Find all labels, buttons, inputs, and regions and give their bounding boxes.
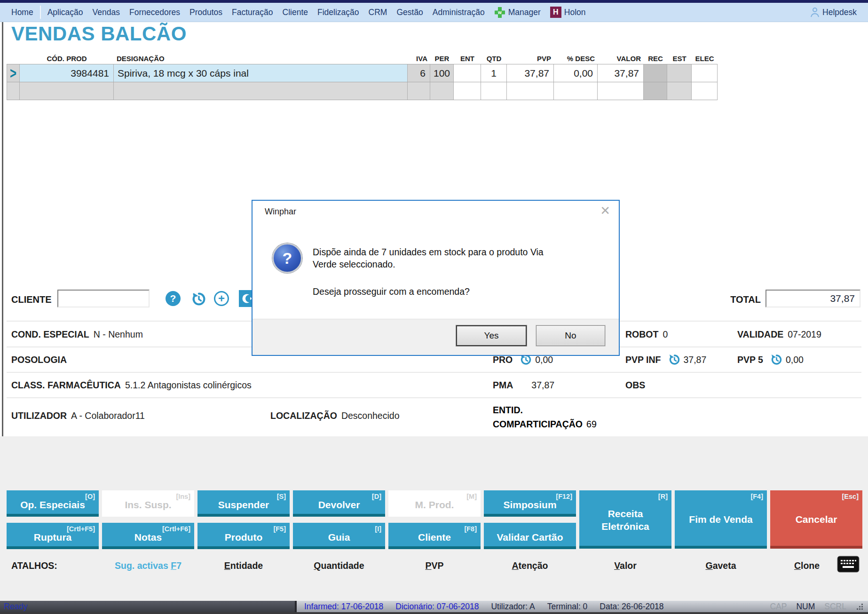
- question-glyph: ?: [283, 249, 292, 268]
- menu-item-crm[interactable]: CRM: [364, 8, 392, 17]
- menu-item-manager[interactable]: w Manager: [489, 7, 545, 18]
- menu-item-fidelizacao[interactable]: Fidelização: [313, 8, 364, 17]
- yes-button[interactable]: Yes: [456, 325, 527, 346]
- col-header-valor: VALOR: [598, 55, 644, 63]
- shortcut-key: [R]: [658, 493, 668, 500]
- dialog-close-icon[interactable]: ✕: [600, 205, 610, 217]
- page-title: VENDAS BALCÃO: [11, 23, 187, 45]
- sug-activas-link[interactable]: Sug. activas F7: [115, 560, 181, 571]
- produto-button[interactable]: [F5] Produto: [197, 523, 290, 549]
- no-button[interactable]: No: [536, 325, 605, 346]
- cell-est[interactable]: [667, 64, 692, 82]
- robot-field: ROBOT 0: [625, 329, 668, 339]
- cell-per[interactable]: [430, 82, 454, 100]
- cliente-input[interactable]: [57, 290, 150, 307]
- cell-elec[interactable]: [692, 82, 718, 100]
- cell-per[interactable]: 100: [430, 64, 454, 82]
- menu-item-facturacao[interactable]: Facturação: [227, 8, 278, 17]
- cell-rec[interactable]: [644, 64, 667, 82]
- entid-comparticipacao-field: ENTID. COMPARTICIPAÇÃO69: [493, 403, 624, 431]
- validade-field: VALIDADE 07-2019: [737, 329, 821, 339]
- validar-cartao-button[interactable]: Validar Cartão: [484, 523, 576, 549]
- cell-elec[interactable]: [692, 64, 718, 82]
- cell-pvp[interactable]: 37,87: [507, 64, 554, 82]
- class-farmaceutica-value: 5.1.2 Antagonistas colinérgicos: [125, 380, 252, 391]
- cell-iva[interactable]: 6: [408, 64, 430, 82]
- devolver-button[interactable]: [D] Devolver: [293, 490, 385, 517]
- validade-label: VALIDADE: [737, 329, 783, 339]
- cell-cod-prod[interactable]: [20, 82, 114, 100]
- menu-item-aplicacao[interactable]: Aplicação: [43, 8, 88, 17]
- manager-cross-icon: w: [494, 7, 505, 18]
- cell-est[interactable]: [667, 82, 692, 100]
- cell-designacao[interactable]: [114, 82, 408, 100]
- pvp-inf-field: PVP INF 37,87: [625, 354, 706, 366]
- menu-item-gestao[interactable]: Gestão: [392, 8, 427, 17]
- row-indicator-cell: [7, 82, 20, 100]
- status-data: Data: 26-06-2018: [600, 602, 663, 612]
- m-prod-button[interactable]: [M] M. Prod.: [388, 490, 481, 517]
- button-label: Notas: [102, 532, 194, 543]
- menu-item-home[interactable]: Home: [7, 8, 38, 17]
- cell-rec[interactable]: [644, 82, 667, 100]
- col-header-est: EST: [667, 55, 692, 63]
- cliente-add-icon[interactable]: +: [214, 291, 229, 306]
- cell-pvp[interactable]: [507, 82, 554, 100]
- menu-item-produtos[interactable]: Produtos: [185, 8, 227, 17]
- table-row-selected[interactable]: > 3984481 Spiriva, 18 mcg x 30 cáps inal…: [7, 64, 718, 82]
- simposium-button[interactable]: [F12] Simposium: [484, 490, 576, 517]
- ins-susp-button[interactable]: [Ins] Ins. Susp.: [102, 490, 194, 517]
- cell-desc[interactable]: [554, 82, 598, 100]
- localizacao-field: LOCALIZAÇÃO Desconhecido: [270, 410, 400, 421]
- cond-especial-value: N - Nenhum: [94, 329, 143, 339]
- pma-label: PMA: [493, 380, 513, 391]
- status-num-lock: NUM: [796, 602, 815, 612]
- cliente-button[interactable]: [F8] Cliente: [388, 523, 481, 549]
- onscreen-keyboard-icon[interactable]: [837, 556, 860, 573]
- class-farmaceutica-field: CLASS. FARMACÊUTICA 5.1.2 Antagonistas c…: [11, 380, 252, 391]
- receita-eletronica-button[interactable]: [R] Receita Eletrónica: [579, 490, 671, 549]
- menu-item-holon[interactable]: H Holon: [545, 7, 591, 18]
- total-input[interactable]: [765, 290, 860, 307]
- guia-button[interactable]: [I] Guia: [293, 523, 385, 549]
- suspender-button[interactable]: [S] Suspender: [197, 490, 290, 517]
- menu-item-fornecedores[interactable]: Fornecedores: [125, 8, 185, 17]
- cancelar-button[interactable]: [Esc] Cancelar: [770, 490, 862, 549]
- cell-ent[interactable]: [454, 82, 481, 100]
- shortcut-gaveta: Gaveta: [705, 560, 736, 571]
- shortcut-text: tenção: [519, 560, 548, 571]
- menu-item-administracao[interactable]: Administração: [428, 8, 489, 17]
- button-label: Simposium: [484, 499, 576, 511]
- notas-button[interactable]: [Crtl+F6] Notas: [102, 523, 194, 549]
- cliente-help-icon[interactable]: ?: [166, 291, 181, 306]
- info-row-utilizador: UTILIZADOR A - Colaborador11 LOCALIZAÇÃO…: [0, 398, 868, 436]
- cell-desc[interactable]: 0,00: [554, 64, 598, 82]
- cell-qtd[interactable]: [481, 82, 507, 100]
- menu-item-vendas[interactable]: Vendas: [88, 8, 125, 17]
- col-header-rec: REC: [644, 55, 667, 63]
- pvp-inf-history-icon[interactable]: [668, 354, 681, 366]
- cell-cod-prod[interactable]: 3984481: [20, 64, 114, 82]
- op-especiais-button[interactable]: [O] Op. Especiais: [7, 490, 99, 517]
- shortcut-hotkey: Q: [314, 560, 321, 571]
- cell-iva[interactable]: [408, 82, 430, 100]
- pvp-inf-value: 37,87: [684, 354, 707, 365]
- cell-ent[interactable]: [454, 64, 481, 82]
- menu-bar: Home Aplicação Vendas Fornecedores Produ…: [0, 0, 868, 22]
- cond-especial-field: COND. ESPECIAL N - Nenhum: [11, 329, 143, 339]
- cell-designacao[interactable]: Spiriva, 18 mcg x 30 cáps inal: [114, 64, 408, 82]
- cond-especial-label: COND. ESPECIAL: [11, 329, 89, 339]
- col-header-per: PER: [430, 55, 454, 63]
- cell-qtd[interactable]: 1: [481, 64, 507, 82]
- fim-de-venda-button[interactable]: [F4] Fim de Venda: [675, 490, 767, 549]
- cell-valor[interactable]: [598, 82, 644, 100]
- resize-grip[interactable]: [856, 603, 863, 610]
- pvp5-history-icon[interactable]: [770, 354, 783, 366]
- ruptura-button[interactable]: [Crtl+F5] Ruptura: [7, 523, 99, 549]
- cell-valor[interactable]: 37,87: [598, 64, 644, 82]
- cliente-history-icon[interactable]: [191, 291, 207, 307]
- menu-item-helpdesk[interactable]: Helpdesk: [805, 7, 861, 17]
- table-row-empty[interactable]: [7, 82, 718, 100]
- obs-label: OBS: [625, 380, 645, 391]
- menu-item-cliente[interactable]: Cliente: [278, 8, 313, 17]
